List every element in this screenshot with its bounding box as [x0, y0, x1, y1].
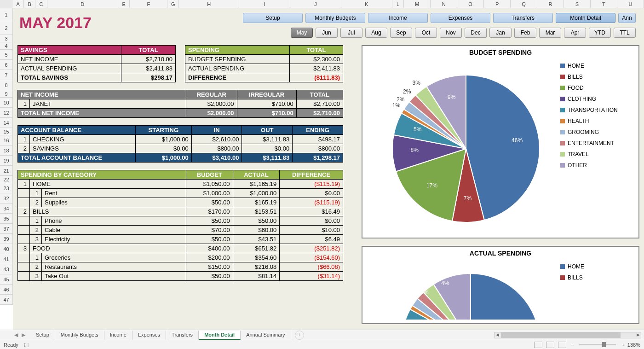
column-header[interactable]: R [537, 0, 564, 8]
column-header[interactable]: B [24, 0, 35, 8]
column-header[interactable]: S [564, 0, 591, 8]
column-ruler: ABCDEFGHIJKLMNOPQRSTU [0, 0, 644, 8]
column-header[interactable]: G [167, 0, 179, 8]
column-header[interactable]: Q [511, 0, 537, 8]
column-header[interactable]: M [404, 0, 431, 8]
column-header[interactable]: O [457, 0, 484, 8]
column-header[interactable]: L [392, 0, 404, 8]
column-header[interactable]: P [484, 0, 511, 8]
column-header[interactable]: F [130, 0, 167, 8]
column-header[interactable]: D [47, 0, 119, 8]
column-header[interactable]: U [617, 0, 644, 8]
select-all-corner[interactable] [0, 0, 12, 8]
column-header[interactable]: C [35, 0, 47, 8]
column-header[interactable]: T [591, 0, 617, 8]
column-header[interactable]: E [118, 0, 130, 8]
column-header[interactable]: K [341, 0, 392, 8]
column-header[interactable]: A [12, 0, 24, 8]
column-header[interactable]: I [239, 0, 290, 8]
column-header[interactable]: N [431, 0, 457, 8]
column-header[interactable]: H [179, 0, 239, 8]
column-header[interactable]: J [290, 0, 341, 8]
